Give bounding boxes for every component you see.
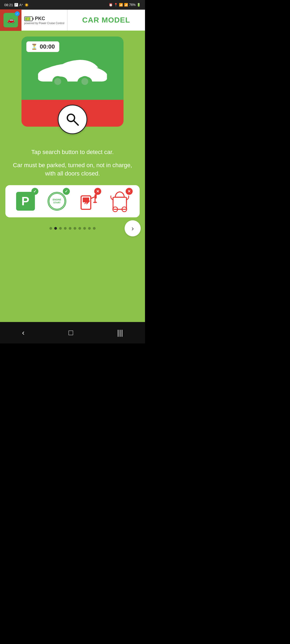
logo-box: 🚗 ✓ [0,9,21,31]
dot-3[interactable] [64,227,67,230]
svg-line-9 [74,120,78,125]
parked-status-badge: ✓ [31,188,38,195]
dot-9[interactable] [93,227,96,230]
svg-text:⚡: ⚡ [26,17,30,21]
header-pkc-section: ⚡ PKC powered by Power Cruise Control [21,10,67,31]
car-card-top: ⏳ 00:00 [21,36,124,100]
battery-icon: 🔋 [137,3,141,7]
svg-rect-19 [113,197,126,209]
condition-doors: ✕ [109,191,130,212]
battery-charging-icon: ⚡ [24,16,34,22]
main-content: ⏳ 00:00 [0,31,145,322]
svg-text:ENGINE: ENGINE [53,199,61,201]
next-button[interactable]: › [125,220,141,236]
dot-0[interactable] [49,227,52,230]
bottom-nav: ‹ □ ||| [0,322,145,343]
condition-charging: ✕ [78,191,99,212]
signal-icon: 📶 [124,3,128,7]
dot-8[interactable] [88,227,91,230]
instruction-line2: Car must be parked, turned on, not in ch… [8,161,137,178]
hourglass-icon: ⏳ [31,43,38,50]
wifi-icon: 📶 [119,3,123,7]
search-icon [65,112,80,127]
timer-display: 00:00 [40,43,55,50]
dot-6[interactable] [78,227,81,230]
condition-engine: ✓ ENGINE START [46,191,68,212]
dot-2[interactable] [59,227,62,230]
status-bar: 08:21 🅿 Aˣ ☀️ ⏰ 📍 📶 📶 76% 🔋 [0,0,145,10]
home-button[interactable]: □ [60,326,81,340]
svg-point-6 [54,78,61,85]
dot-4[interactable] [69,227,71,230]
instructions-section: Tap search button to detect car. Car mus… [0,148,145,182]
dot-5[interactable] [74,227,76,230]
pkc-status-icon: 🅿 [15,3,18,7]
car-shape-svg [32,57,113,86]
parking-p-icon: P [16,192,35,211]
svg-text:START: START [53,202,60,204]
pagination-section: › [0,227,145,230]
car-silhouette [26,54,119,92]
search-button[interactable] [58,105,87,134]
header-title: CAR MODEL [67,16,145,24]
instruction-line1: Tap search button to detect car. [8,148,137,156]
pkc-label: PKC [35,16,45,21]
svg-point-7 [81,78,88,85]
alarm-icon: ⏰ [109,3,113,7]
svg-rect-1 [32,18,34,20]
app-header: 🚗 ✓ ⚡ PKC powered by Power Cruise Contro… [0,10,145,31]
svg-rect-16 [95,194,97,199]
car-search-card: ⏳ 00:00 [21,36,124,127]
battery-percent: 76% [129,3,136,7]
svg-rect-14 [83,197,89,202]
status-time: 08:21 [4,3,13,7]
engine-start-icon: ENGINE START [48,192,66,211]
doors-status-badge: ✕ [126,188,133,195]
status-left: 08:21 🅿 Aˣ ☀️ [4,3,29,7]
menu-button[interactable]: ||| [109,326,131,340]
status-right: ⏰ 📍 📶 📶 76% 🔋 [109,3,141,7]
sun-icon: ☀️ [24,3,29,7]
condition-parked: ✓ P [15,191,36,212]
engine-status-badge: ✓ [63,188,70,195]
conditions-panel: ✓ P ✓ ENGINE START ✕ [5,185,140,217]
no-charging-icon [79,191,98,212]
location-icon: 📍 [114,3,118,7]
car-logo-icon: 🚗 [7,17,15,24]
ax-icon: Aˣ [19,3,23,7]
logo-inner: 🚗 ✓ [3,13,18,27]
verified-badge: ✓ [15,11,20,16]
pkc-battery-row: ⚡ PKC [24,16,45,22]
dot-1[interactable] [54,227,57,230]
dot-7[interactable] [83,227,86,230]
charging-status-badge: ✕ [94,188,101,195]
back-button[interactable]: ‹ [14,326,32,340]
svg-point-10 [49,193,65,209]
pkc-powered-text: powered by Power Cruise Control [24,22,64,25]
timer-badge: ⏳ 00:00 [26,41,59,52]
